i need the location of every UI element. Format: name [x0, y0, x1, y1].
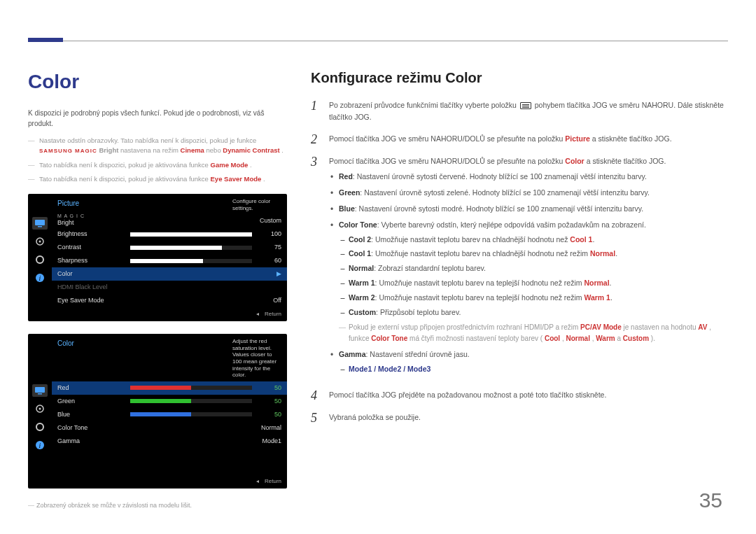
- osd1-row-eyesaver: Eye Saver Mode Off: [52, 294, 287, 307]
- monitor-icon: [32, 384, 48, 397]
- monitor-icon: [32, 217, 48, 230]
- gear-icon: [32, 421, 48, 433]
- bullet-gamma: Gamma: Nastavení střední úrovně jasu. Mo…: [329, 349, 728, 375]
- osd2-row-gamma: Gamma Mode1: [52, 435, 287, 448]
- configuration-steps: 1 Po zobrazení průvodce funkčními tlačít…: [311, 99, 728, 424]
- tone-cool1: Cool 1: Umožňuje nastavit teplotu barev …: [339, 248, 728, 260]
- svg-rect-8: [35, 387, 45, 393]
- header-rule: [28, 41, 728, 41]
- osd1-footer: ◂ Return: [28, 307, 287, 321]
- svg-rect-0: [35, 220, 45, 225]
- osd2-title: Color: [57, 338, 74, 379]
- section-title: Color: [28, 67, 287, 97]
- svg-text:i: i: [39, 274, 41, 282]
- gear-icon: [32, 253, 48, 266]
- svg-text:i: i: [39, 442, 41, 449]
- step-1: 1 Po zobrazení průvodce funkčními tlačít…: [311, 99, 728, 123]
- osd1-row-hdmi: HDMI Black Level: [52, 281, 287, 294]
- tone-warm2: Warm 2: Umožňuje nastavit teplotu barev …: [339, 292, 728, 304]
- chevron-right-icon: ▶: [276, 269, 281, 279]
- left-column: Color K dispozici je podrobný popis všec…: [28, 67, 287, 510]
- samsung-magic-label: SAMSUNG MAGIC: [39, 148, 97, 154]
- svg-rect-1: [38, 226, 42, 227]
- target-icon: [32, 235, 48, 248]
- osd1-row-contrast: Contrast 75: [52, 241, 287, 254]
- osd2-row-colortone: Color Tone Normal: [52, 421, 287, 435]
- svg-point-5: [39, 259, 41, 261]
- osd2-row-red: Red 50: [52, 381, 287, 395]
- tone-cool2: Cool 2: Umožňuje nastavit teplotu barev …: [339, 234, 728, 246]
- target-icon: [32, 402, 48, 415]
- note-1: Nastavte odstín obrazovky. Tato nabídka …: [28, 136, 287, 156]
- gamma-modes: Mode1 / Mode2 / Mode3: [339, 363, 728, 375]
- right-column: Konfigurace režimu Color 1 Po zobrazení …: [311, 67, 728, 510]
- info-icon: i: [32, 439, 48, 451]
- bullet-green: Green: Nastavení úrovně sytosti zelené. …: [329, 187, 728, 199]
- osd1-sidebar: i: [28, 214, 52, 307]
- osd1-row-brightness: Brightness 100: [52, 227, 287, 241]
- pcav-note: Pokud je externí vstup připojen prostřed…: [339, 322, 728, 344]
- osd-picture-menu: Picture Configure color settings. i M A …: [28, 194, 287, 321]
- osd2-sidebar: i: [28, 381, 52, 475]
- intro-text: K dispozici je podrobný popis všech funk…: [28, 108, 287, 129]
- bullet-colortone: Color Tone: Vyberte barevný odstín, kter…: [329, 219, 728, 345]
- triangle-left-icon: ◂: [256, 310, 259, 318]
- note-3: Tato nabídka není k dispozici, pokud je …: [28, 174, 287, 184]
- svg-point-11: [39, 407, 41, 409]
- step-3: 3 Pomocí tlačítka JOG ve směru NAHORU/DO…: [311, 155, 728, 379]
- subsection-title: Konfigurace režimu Color: [311, 67, 728, 88]
- osd2-row-green: Green 50: [52, 395, 287, 408]
- step-4: 4 Pomocí tlačítka JOG přejděte na požado…: [311, 389, 728, 402]
- bullet-red: Red: Nastavení úrovně sytosti červené. H…: [329, 171, 728, 183]
- osd1-hint: Configure color settings.: [232, 198, 281, 211]
- osd1-row-color: Color ▶: [52, 267, 287, 281]
- menu-icon: [520, 102, 531, 109]
- osd-color-menu: Color Adjust the red saturation level. V…: [28, 334, 287, 489]
- svg-rect-9: [38, 393, 42, 395]
- page-number: 35: [699, 484, 722, 516]
- osd1-row-sharpness: Sharpness 60: [52, 254, 287, 267]
- tone-warm1: Warm 1: Umožňuje nastavit teplotu barev …: [339, 277, 728, 289]
- step-5: 5 Vybraná položka se použije.: [311, 412, 728, 424]
- info-icon: i: [32, 272, 48, 284]
- tone-custom: Custom: Přizpůsobí teplotu barev.: [339, 307, 728, 318]
- tone-normal: Normal: Zobrazí standardní teplotu barev…: [339, 262, 728, 274]
- osd2-hint: Adjust the red saturation level. Values …: [232, 338, 281, 379]
- header-accent: [28, 38, 63, 42]
- triangle-left-icon: ◂: [256, 477, 259, 486]
- osd2-footer: ◂ Return: [28, 475, 287, 489]
- osd2-row-blue: Blue 50: [52, 408, 287, 421]
- step-2: 2 Pomocí tlačítka JOG ve směru NAHORU/DO…: [311, 133, 728, 146]
- svg-point-3: [39, 241, 41, 243]
- osd1-title: Picture: [57, 198, 79, 211]
- svg-point-13: [39, 426, 41, 428]
- osd1-row-magicbright: M A G I CBright Custom: [52, 214, 287, 227]
- model-disclaimer: Zobrazený obrázek se může v závislosti n…: [28, 501, 287, 511]
- note-2: Tato nabídka není k dispozici, pokud je …: [28, 160, 287, 170]
- bullet-blue: Blue: Nastavení úrovně sytosti modré. Ho…: [329, 203, 728, 215]
- availability-notes: Nastavte odstín obrazovky. Tato nabídka …: [28, 136, 287, 184]
